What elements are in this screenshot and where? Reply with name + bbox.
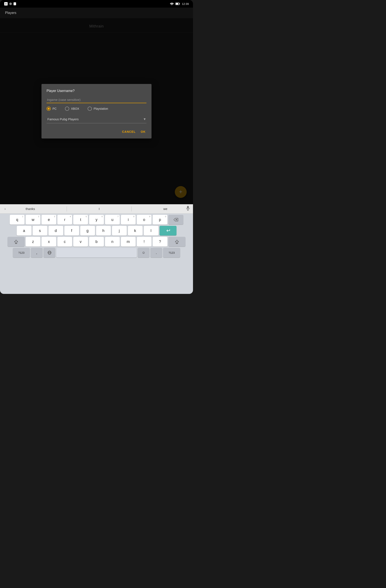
key-question[interactable]: ? [153,237,167,247]
svg-rect-2 [176,3,178,5]
status-bar: A 12:39 [0,0,193,8]
key-x[interactable]: x [42,237,56,247]
key-c[interactable]: c [57,237,72,247]
key-r[interactable]: 4r [57,215,72,225]
key-n[interactable]: n [105,237,120,247]
battery-icon [175,2,180,5]
radio-xbox-label: XBOX [71,107,79,110]
key-h[interactable]: h [96,226,111,235]
globe-key[interactable] [44,248,55,257]
notification-a-icon: A [4,2,8,5]
symbols-key-right[interactable]: ?123 [163,248,180,257]
keyboard-row-3: z x c v b n m ! ? [1,237,192,247]
symbols-key-left[interactable]: ?123 [13,248,30,257]
key-y[interactable]: 6y [89,215,104,225]
svg-rect-1 [180,3,180,4]
lock-icon [14,2,16,5]
key-f[interactable]: f [64,226,79,235]
suggestion-thanks[interactable]: thanks [23,206,37,211]
key-d[interactable]: d [48,226,63,235]
radio-playstation[interactable]: Playstation [88,106,108,111]
key-u[interactable]: 7u [105,215,120,225]
key-s[interactable]: s [33,226,47,235]
circle-dot-icon [9,2,12,5]
dialog-actions: CANCEL OK [46,127,146,136]
app-bar: Players [0,8,193,18]
period-key[interactable]: . [150,248,162,257]
radio-pc[interactable]: PC [46,106,57,111]
key-z[interactable]: z [26,237,40,247]
key-v[interactable]: v [73,237,88,247]
key-p[interactable]: 0p [153,215,167,225]
key-j[interactable]: j [112,226,127,235]
radio-pc-label: PC [52,107,57,110]
radio-pc-circle [46,106,51,111]
keyboard-area: › thanks I we 1q 2w 3e 4r 5t 6y 7u [0,204,193,294]
dialog: Player Username? PC XBOX Playstation [42,84,152,139]
username-input[interactable] [46,97,146,103]
emoji-key[interactable]: ☺ [138,248,149,257]
keyboard-rows: 1q 2w 3e 4r 5t 6y 7u 8i 9o 0p a s d f g … [0,213,193,260]
platform-radio-group: PC XBOX Playstation [46,106,146,111]
suggestions-list: thanks I we [8,206,184,211]
category-dropdown[interactable]: Famous Pubg Players ▾ [46,115,146,123]
cancel-button[interactable]: CANCEL [121,128,136,135]
wifi-icon [170,2,174,5]
radio-playstation-circle [88,106,92,111]
keyboard-row-2: a s d f g h j k l [1,226,192,235]
dialog-title: Player Username? [46,89,146,93]
suggestion-i[interactable]: I [96,206,102,211]
suggestions-bar: › thanks I we [0,204,193,213]
shift-key-right[interactable] [168,237,185,247]
key-b[interactable]: b [89,237,104,247]
radio-xbox-circle [65,106,69,111]
dropdown-label: Famous Pubg Players [47,117,79,121]
key-o[interactable]: 9o [137,215,152,225]
dialog-input-wrapper [46,97,146,103]
enter-key[interactable] [159,226,177,235]
divider-2 [131,206,132,211]
key-k[interactable]: k [128,226,143,235]
expand-suggestions-button[interactable]: › [2,207,8,211]
comma-key[interactable]: , [31,248,43,257]
suggestion-we[interactable]: we [161,206,170,211]
key-t[interactable]: 5t [73,215,88,225]
backspace-key[interactable] [168,215,183,225]
chevron-down-icon: ▾ [144,117,146,121]
mic-icon[interactable] [184,206,191,212]
key-m[interactable]: m [121,237,136,247]
app-title: Players [5,11,16,15]
key-w[interactable]: 2w [26,215,40,225]
status-icons-right: 12:39 [170,2,189,5]
radio-playstation-label: Playstation [93,107,108,110]
ok-button[interactable]: OK [140,128,146,135]
key-exclaim[interactable]: ! [137,237,152,247]
key-g[interactable]: g [80,226,95,235]
keyboard-row-4: ?123 , ☺ . ?123 [1,248,192,257]
shift-key-left[interactable] [8,237,24,247]
keyboard-row-1: 1q 2w 3e 4r 5t 6y 7u 8i 9o 0p [1,215,192,225]
clock: 12:39 [182,2,189,5]
dialog-overlay: Player Username? PC XBOX Playstation [0,18,193,204]
svg-rect-3 [187,206,189,209]
key-e[interactable]: 3e [42,215,56,225]
key-a[interactable]: a [17,226,32,235]
radio-xbox[interactable]: XBOX [65,106,79,111]
main-content: Mithrain Player Username? PC XBOX [0,18,193,204]
key-l[interactable]: l [144,226,159,235]
key-q[interactable]: 1q [10,215,24,225]
key-i[interactable]: 8i [121,215,136,225]
status-icons-left: A [4,2,16,5]
space-key[interactable] [56,248,137,257]
